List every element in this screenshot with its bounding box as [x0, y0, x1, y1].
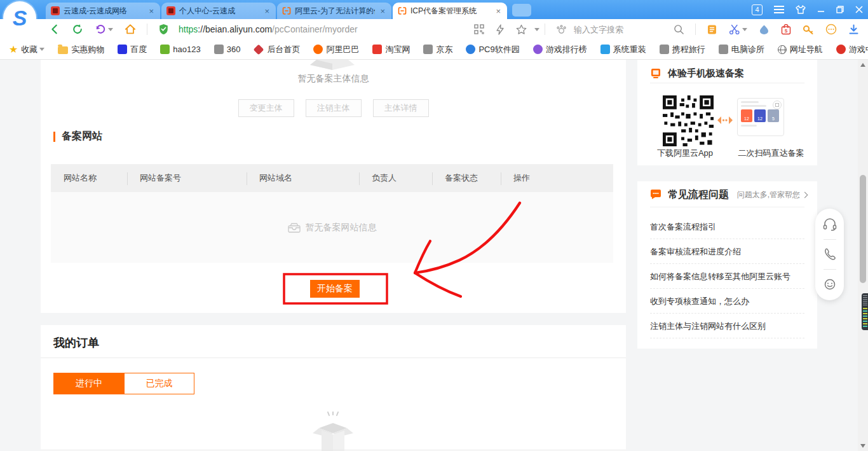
app-screenshot-thumbnail: 12 12 5	[737, 98, 784, 136]
feedback-smiley-icon[interactable]	[824, 278, 836, 291]
search-input[interactable]	[573, 24, 668, 35]
bookmark-favorites[interactable]: ★ 收藏	[9, 44, 44, 55]
phone-call-icon[interactable]	[824, 248, 836, 260]
cancel-subject-button[interactable]: 注销主体	[306, 99, 362, 117]
browser-tab[interactable]: 个人中心-云速成 ×	[161, 3, 276, 19]
new-tab-button[interactable]	[512, 4, 531, 17]
subject-detail-button[interactable]: 主体详情	[373, 99, 429, 117]
bookmark-item[interactable]: PC9软件园	[466, 44, 519, 55]
close-icon[interactable]	[855, 6, 863, 13]
tab-close-icon[interactable]: ×	[379, 6, 386, 16]
bookmark-item[interactable]: 百度	[118, 44, 147, 55]
favorites-caret-icon[interactable]	[534, 28, 539, 31]
browser-titlebar: 云速成-云速成网络 × 个人中心-云速成 × 阿里云-为了无法计算的价 × IC…	[0, 0, 868, 19]
bookmark-item[interactable]: 电脑诊所	[719, 44, 764, 55]
faq-link[interactable]: 注销主体与注销网站有什么区别	[650, 314, 804, 338]
screenshot-scissors-icon[interactable]	[729, 24, 747, 35]
scroll-down-icon[interactable]	[860, 444, 865, 448]
undo-icon[interactable]	[95, 24, 113, 35]
divider	[650, 83, 804, 83]
search-magnifier-icon[interactable]	[674, 24, 684, 35]
bookmarks-bar: ★ 收藏 实惠购物 百度 hao123 360 后台首页 阿里巴巴 淘宝网 京东…	[0, 39, 868, 60]
app-beian-card: 体验手机极速备案	[637, 60, 817, 165]
browser-tab[interactable]: 阿里云-为了无法计算的价 ×	[277, 3, 391, 19]
website-section-title: 备案网站	[53, 130, 102, 143]
bookmark-item[interactable]: 网址导航	[778, 44, 823, 55]
start-beian-button[interactable]: 开始备案	[310, 280, 360, 298]
bookmark-item[interactable]: 游戏排行榜	[533, 44, 587, 55]
jd-favicon	[423, 45, 433, 54]
faq-link[interactable]: 如何将备案信息转移至其他阿里云账号	[650, 264, 804, 289]
page-viewport: 暂无备案主体信息 变更主体 注销主体 主体详情 备案网站 网站名称 网站备案号 …	[0, 60, 868, 451]
faq-link[interactable]: 收到专项核查通知，怎么办	[650, 289, 804, 314]
lightning-icon[interactable]	[496, 24, 505, 35]
edge-dock-widget[interactable]	[862, 293, 868, 330]
bookmark-item[interactable]: hao123	[160, 45, 200, 54]
favorites-menu-caret-icon[interactable]	[39, 48, 44, 51]
star-icon: ★	[9, 45, 18, 54]
bookmark-item[interactable]: 实惠购物	[58, 44, 104, 55]
back-icon[interactable]	[49, 24, 60, 35]
qrcode-icon[interactable]	[474, 24, 484, 34]
faq-link[interactable]: 首次备案流程指引	[650, 214, 804, 239]
favorite-star-icon[interactable]	[516, 24, 527, 35]
faq-more-link[interactable]: 问题太多,管家帮您	[737, 190, 807, 200]
url-bar[interactable]: https://beian.aliyun.com/pcContainer/myo…	[179, 24, 358, 34]
bookmark-item[interactable]: 淘宝网	[372, 44, 410, 55]
screenshot-caret-icon[interactable]	[742, 28, 747, 31]
bookmark-item[interactable]: 360	[214, 45, 241, 54]
empty-box-icon	[288, 223, 301, 233]
tab-title: 个人中心-云速成	[179, 6, 259, 17]
scroll-up-icon[interactable]	[860, 63, 865, 67]
headset-support-icon[interactable]	[823, 218, 837, 231]
game-rank-favicon	[533, 45, 543, 54]
notebook-icon[interactable]	[707, 24, 717, 35]
chat-bubble-icon	[650, 190, 661, 200]
more-tools-icon[interactable]	[825, 24, 837, 35]
menu-icon[interactable]	[774, 6, 784, 13]
refresh-icon[interactable]	[72, 24, 83, 35]
bookmark-item[interactable]: 阿里巴巴	[313, 44, 359, 55]
app-card-title: 体验手机极速备案	[668, 67, 744, 80]
divider	[650, 207, 804, 207]
password-key-icon[interactable]	[803, 24, 814, 35]
ink-brush-icon[interactable]	[759, 24, 770, 35]
bookmark-item[interactable]: 京东	[423, 44, 452, 55]
shopping-bag-icon[interactable]: S	[781, 24, 791, 35]
tab-title: 阿里云-为了无法计算的价	[295, 6, 375, 17]
tab-in-progress[interactable]: 进行中	[54, 373, 124, 394]
download-icon[interactable]	[848, 24, 859, 35]
tab-close-icon[interactable]: ×	[494, 6, 502, 16]
beian-main-card: 暂无备案主体信息 变更主体 注销主体 主体详情 备案网站 网站名称 网站备案号 …	[41, 60, 626, 313]
home-icon[interactable]	[125, 24, 136, 35]
security-shield-icon[interactable]	[158, 24, 169, 35]
site-favicon	[51, 6, 60, 15]
order-status-tabs: 进行中 已完成	[53, 373, 194, 394]
tab-close-icon[interactable]: ×	[263, 6, 271, 16]
change-subject-button[interactable]: 变更主体	[238, 99, 294, 117]
scrollbar-thumb[interactable]	[860, 175, 866, 283]
divider	[824, 269, 836, 270]
bookmark-item[interactable]: 游戏中心	[836, 44, 868, 55]
browser-toolbar: https://beian.aliyun.com/pcContainer/myo…	[0, 19, 868, 39]
table-header-row: 网站名称 网站备案号 网站域名 负责人 备案状态 操作	[51, 164, 613, 192]
browser-tab[interactable]: 云速成-云速成网络 ×	[46, 3, 160, 19]
minimize-icon[interactable]	[817, 6, 825, 13]
tab-close-icon[interactable]: ×	[147, 6, 155, 16]
svg-text:S: S	[785, 29, 788, 33]
download-count-badge[interactable]: 4	[752, 4, 763, 15]
faq-card-title: 常见流程问题	[668, 188, 729, 202]
bookmark-item[interactable]: 后台首页	[254, 44, 300, 55]
bookmark-item[interactable]: 携程旅行	[660, 44, 705, 55]
browser-tab-active[interactable]: ICP代备案管理系统 ×	[393, 3, 507, 19]
skin-icon[interactable]	[796, 5, 806, 14]
undo-caret-icon[interactable]	[108, 28, 113, 31]
restore-icon[interactable]	[836, 6, 844, 13]
page-scrollbar[interactable]	[858, 60, 868, 451]
bookmark-item[interactable]: 系统重装	[600, 44, 646, 55]
qr-caption: 下载阿里云App	[637, 148, 733, 159]
tab-completed[interactable]: 已完成	[124, 373, 194, 394]
faq-link[interactable]: 备案审核流程和进度介绍	[650, 239, 804, 264]
my-orders-card: 我的订单 进行中 已完成	[41, 325, 626, 451]
divider	[41, 450, 626, 450]
